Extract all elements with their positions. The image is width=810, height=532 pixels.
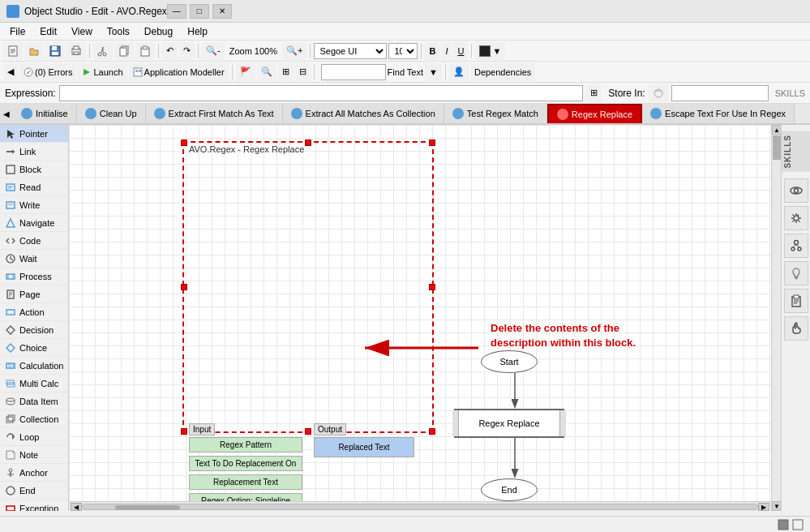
- sidebar-item-exception[interactable]: Exception: [0, 500, 68, 511]
- scrollbar-thumb-h[interactable]: [115, 505, 180, 510]
- italic-button[interactable]: I: [441, 42, 452, 60]
- sidebar-item-calculation[interactable]: f(x) Calculation: [0, 357, 68, 375]
- scrollbar-thumb-v[interactable]: [773, 135, 781, 160]
- sidebar-item-collection[interactable]: Collection: [0, 410, 68, 428]
- new-button[interactable]: [3, 42, 23, 60]
- underline-button[interactable]: U: [453, 42, 468, 60]
- menu-debug[interactable]: Debug: [138, 24, 179, 39]
- tab-regex-replace[interactable]: Regex Replace: [547, 104, 642, 125]
- handle-lm: [181, 284, 187, 290]
- block-title: AVO.Regex - Regex Replace: [189, 144, 304, 154]
- fontsize-select[interactable]: 10: [388, 43, 418, 59]
- store-icon-button[interactable]: [649, 84, 668, 102]
- find-dropdown-button[interactable]: ▼: [425, 63, 442, 81]
- menu-edit[interactable]: Edit: [33, 24, 63, 39]
- dependencies-button[interactable]: Dependencies: [470, 63, 535, 81]
- grid-button[interactable]: ⊞: [278, 63, 294, 81]
- skills-clipboard-button[interactable]: [784, 289, 808, 313]
- expression-input[interactable]: [59, 85, 584, 101]
- sidebar-item-choice[interactable]: Choice: [0, 339, 68, 357]
- sidebar-item-navigate[interactable]: Navigate: [0, 214, 68, 232]
- tab-label-extract-all: Extract All Matches As Collection: [306, 109, 435, 118]
- tab-extract-all[interactable]: Extract All Matches As Collection: [283, 104, 444, 123]
- skills-side-label: SKILLS: [775, 88, 805, 98]
- scroll-right-btn[interactable]: ▶: [758, 503, 769, 511]
- paste-button[interactable]: [135, 42, 155, 60]
- svg-point-10: [98, 53, 101, 56]
- tab-cleanup[interactable]: Clean Up: [77, 104, 146, 123]
- launch-label: Launch: [93, 67, 122, 77]
- scrollbar-track-h[interactable]: [82, 504, 758, 510]
- sidebar-item-code[interactable]: Code: [0, 232, 68, 250]
- search-button[interactable]: 🔍: [257, 63, 276, 81]
- sidebar-item-pointer[interactable]: Pointer: [0, 125, 68, 143]
- tab-test-regex[interactable]: Test Regex Match: [444, 104, 547, 123]
- layout-button[interactable]: ⊟: [295, 63, 311, 81]
- launch-button[interactable]: Launch: [78, 63, 126, 81]
- svg-rect-87: [778, 520, 788, 530]
- save-button[interactable]: [45, 42, 65, 60]
- sidebar-item-write[interactable]: Write: [0, 196, 68, 214]
- find-text-input[interactable]: [321, 64, 386, 80]
- app-modeller-button[interactable]: Application Modeller: [129, 63, 229, 81]
- menu-file[interactable]: File: [3, 24, 32, 39]
- sidebar-item-anchor[interactable]: Anchor: [0, 464, 68, 482]
- tab-label-initialise: Initialise: [36, 109, 68, 118]
- cut-button[interactable]: [93, 42, 113, 60]
- font-select[interactable]: Segoe UI: [314, 43, 387, 59]
- sidebar-item-block[interactable]: Block: [0, 161, 68, 178]
- find-text-container: Find Text: [321, 64, 423, 80]
- redo-button[interactable]: ↷: [179, 42, 195, 60]
- vertical-scrollbar[interactable]: ▲ ▼: [771, 125, 781, 511]
- sidebar-item-page[interactable]: Page: [0, 285, 68, 303]
- skills-bulb-button[interactable]: [784, 261, 808, 285]
- open-button[interactable]: [24, 42, 44, 60]
- expr-grid-button[interactable]: ⊞: [586, 84, 602, 102]
- minimize-button[interactable]: —: [167, 4, 186, 19]
- bold-button[interactable]: B: [425, 42, 439, 60]
- sidebar-item-link[interactable]: Link: [0, 143, 68, 161]
- maximize-button[interactable]: □: [190, 4, 209, 19]
- sidebar-item-wait[interactable]: Wait: [0, 250, 68, 268]
- person-icon-btn[interactable]: 👤: [449, 63, 469, 81]
- undo-button[interactable]: ↶: [162, 42, 178, 60]
- zoom-out-button[interactable]: 🔍-: [202, 42, 225, 60]
- sidebar-item-end[interactable]: End: [0, 482, 68, 500]
- skills-settings-button[interactable]: [784, 206, 808, 230]
- tab-initialise[interactable]: Initialise: [13, 104, 77, 123]
- horizontal-scrollbar[interactable]: ◀ ▶: [69, 501, 771, 511]
- canvas-area[interactable]: AVO.Regex - Regex Replace: [69, 125, 771, 511]
- svg-marker-20: [84, 69, 90, 75]
- zoom-in-button[interactable]: 🔍+: [282, 42, 306, 60]
- skills-hand-button[interactable]: [784, 316, 808, 341]
- color-button[interactable]: ▼: [475, 42, 505, 60]
- scrollbar-track-v[interactable]: [772, 135, 781, 501]
- errors-button[interactable]: ✓ (0) Errors: [19, 63, 76, 81]
- tab-escape-text[interactable]: Escape Text For Use In Regex: [642, 104, 795, 123]
- store-in-input[interactable]: [671, 85, 769, 101]
- close-button[interactable]: ✕: [212, 4, 232, 19]
- menu-view[interactable]: View: [65, 24, 99, 39]
- menu-tools[interactable]: Tools: [101, 24, 136, 39]
- sidebar-item-loop[interactable]: Loop: [0, 428, 68, 446]
- right-panel: SKILLS: [781, 125, 810, 511]
- sidebar-item-note[interactable]: Note: [0, 446, 68, 464]
- print-button[interactable]: [66, 42, 86, 60]
- sidebar-item-data-item[interactable]: Data Item: [0, 393, 68, 410]
- back-button[interactable]: ◀: [3, 63, 18, 81]
- sidebar-item-process[interactable]: Process: [0, 268, 68, 285]
- sidebar-item-decision[interactable]: Decision: [0, 321, 68, 339]
- sidebar-item-action[interactable]: Action: [0, 303, 68, 321]
- sidebar-item-read[interactable]: Read: [0, 178, 68, 196]
- skills-header: SKILLS: [782, 131, 810, 172]
- flag-button[interactable]: 🚩: [236, 63, 255, 81]
- skills-group-button[interactable]: [784, 234, 808, 258]
- skills-eye-button[interactable]: [784, 178, 808, 203]
- tab-extract-first[interactable]: Extract First Match As Text: [146, 104, 283, 123]
- sidebar-item-multi-calc[interactable]: Multi Calc: [0, 375, 68, 393]
- menu-help[interactable]: Help: [181, 24, 214, 39]
- tab-scroll-left[interactable]: ◀: [0, 104, 13, 123]
- svg-marker-46: [6, 326, 15, 334]
- copy-button[interactable]: [114, 42, 134, 60]
- scroll-left-btn[interactable]: ◀: [71, 503, 82, 511]
